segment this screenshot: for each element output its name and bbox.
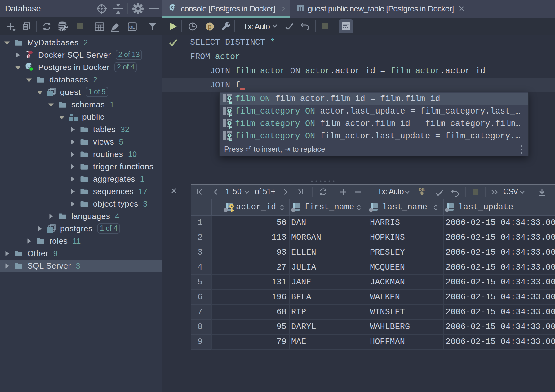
- svg-text:DB: DB: [419, 187, 425, 192]
- svg-text:p: p: [208, 24, 211, 30]
- svg-text:QL: QL: [129, 25, 135, 29]
